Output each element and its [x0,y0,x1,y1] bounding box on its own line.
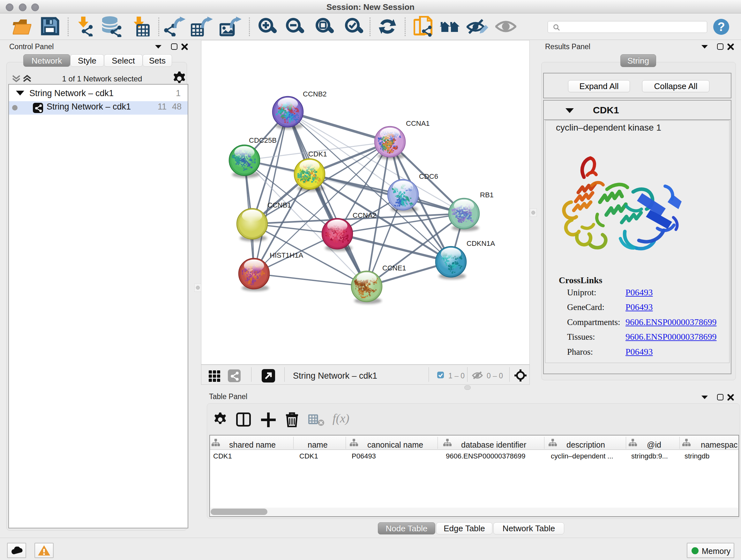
svg-text:CDC6: CDC6 [419,172,438,180]
svg-text:CDC25B: CDC25B [249,136,277,144]
svg-text:CCNE1: CCNE1 [382,264,406,272]
svg-text:RB1: RB1 [480,191,494,199]
svg-text:?: ? [718,20,725,34]
svg-text:CCNB2: CCNB2 [303,90,327,98]
svg-text:CCNB1: CCNB1 [267,201,291,209]
svg-text:CDK1: CDK1 [308,150,327,158]
svg-text:CDKN1A: CDKN1A [467,240,495,247]
svg-text:CCNA2: CCNA2 [353,211,377,219]
svg-text:HIST1H1A: HIST1H1A [270,251,303,259]
svg-text:CCNA1: CCNA1 [406,119,430,127]
